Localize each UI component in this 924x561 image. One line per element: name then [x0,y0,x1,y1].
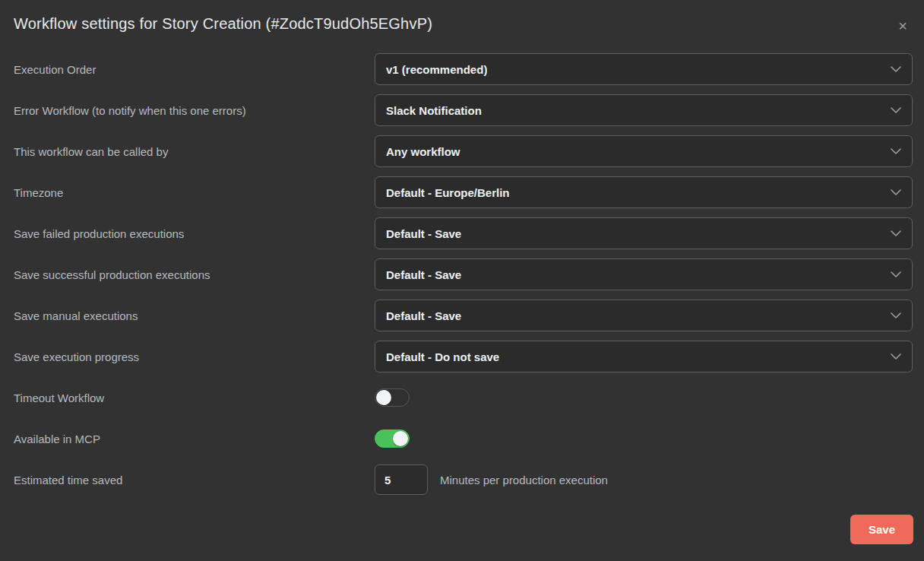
select-value: Slack Notification [386,104,482,117]
chevron-down-icon [891,66,901,72]
close-icon[interactable]: × [894,17,912,35]
save-manual-select[interactable]: Default - Save [375,300,913,331]
toggle-knob [393,431,408,446]
row-label: Execution Order [14,63,375,76]
row-label: Save failed production executions [14,227,375,240]
modal-footer: Save [850,515,913,544]
error-workflow-select[interactable]: Slack Notification [375,94,913,126]
row-label: Timezone [14,186,375,199]
chevron-down-icon [891,148,901,154]
setting-row-save-manual: Save manual executions Default - Save [14,300,913,331]
modal-header: Workflow settings for Story Creation (#Z… [0,0,924,53]
execution-order-select[interactable]: v1 (recommended) [375,53,913,85]
chevron-down-icon [891,271,901,277]
select-value: v1 (recommended) [386,63,487,76]
modal-title: Workflow settings for Story Creation (#Z… [14,15,432,33]
workflow-settings-modal: Workflow settings for Story Creation (#Z… [0,0,924,561]
save-button[interactable]: Save [850,515,913,544]
chevron-down-icon [891,189,901,195]
select-value: Default - Save [386,268,461,281]
chevron-down-icon [891,107,901,113]
setting-row-execution-order: Execution Order v1 (recommended) [14,53,913,85]
setting-row-called-by: This workflow can be called by Any workf… [14,135,913,167]
setting-row-error-workflow: Error Workflow (to notify when this one … [14,94,913,126]
chevron-down-icon [891,312,901,319]
row-label: Save manual executions [14,309,375,322]
available-in-mcp-toggle[interactable] [375,429,410,448]
select-value: Any workflow [386,145,460,158]
save-progress-select[interactable]: Default - Do not save [375,341,913,372]
toggle-knob [376,390,391,405]
setting-row-estimated-time-saved: Estimated time saved Minutes per product… [14,464,913,496]
select-value: Default - Save [386,309,461,322]
timeout-workflow-toggle[interactable] [375,388,410,407]
row-label: This workflow can be called by [14,145,375,158]
setting-row-timezone: Timezone Default - Europe/Berlin [14,176,913,208]
estimated-time-saved-suffix: Minutes per production execution [440,474,608,487]
select-value: Default - Europe/Berlin [386,186,510,199]
select-value: Default - Do not save [386,350,499,363]
chevron-down-icon [891,353,901,360]
setting-row-save-progress: Save execution progress Default - Do not… [14,341,913,372]
row-label: Save successful production executions [14,268,375,281]
chevron-down-icon [891,230,901,236]
row-label: Timeout Workflow [14,391,375,404]
timezone-select[interactable]: Default - Europe/Berlin [375,176,913,208]
setting-row-save-successful: Save successful production executions De… [14,258,913,290]
modal-body: Execution Order v1 (recommended) Error W… [0,53,924,496]
save-successful-select[interactable]: Default - Save [375,258,913,290]
setting-row-save-failed: Save failed production executions Defaul… [14,217,913,249]
setting-row-available-in-mcp: Available in MCP [14,423,913,455]
row-label: Estimated time saved [14,474,375,487]
setting-row-timeout-workflow: Timeout Workflow [14,382,913,414]
row-label: Save execution progress [14,350,375,363]
save-failed-select[interactable]: Default - Save [375,217,913,249]
estimated-time-saved-input[interactable] [375,464,428,495]
called-by-select[interactable]: Any workflow [375,135,913,167]
select-value: Default - Save [386,227,461,240]
row-label: Error Workflow (to notify when this one … [14,104,375,117]
row-label: Available in MCP [14,433,375,445]
